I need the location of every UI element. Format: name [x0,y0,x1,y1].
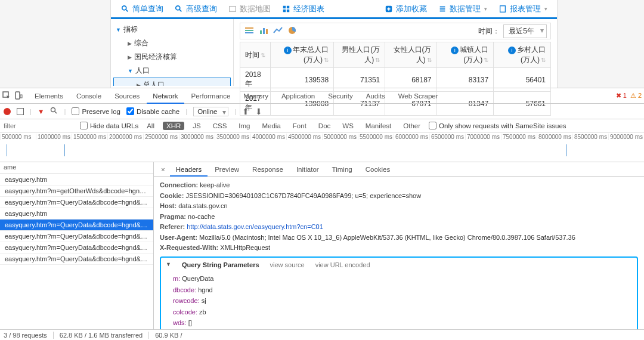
nav-econ-chart[interactable]: 经济图表 [277,4,329,14]
tab-elements[interactable]: Elements [29,88,69,104]
chip-manifest[interactable]: Manifest [362,122,395,130]
timeline-tick: 4500000 ms [286,134,322,140]
preserve-log-checkbox[interactable]: Preserve log [72,107,120,115]
warning-badge[interactable]: ⚠ 2 [630,92,642,100]
chip-doc[interactable]: Doc [315,122,334,130]
info-icon: i [284,47,292,54]
timeline-tick: 1500000 ms [72,134,107,140]
tab-audits[interactable]: Audits [360,88,391,104]
error-badge[interactable]: ✖ 1 [616,92,627,100]
svg-rect-24 [16,92,20,99]
inspect-icon[interactable] [2,91,11,101]
name-column-header[interactable]: ame [0,162,153,174]
nav-data-mgmt[interactable]: 数据管理▾ [433,4,492,14]
disable-cache-checkbox[interactable]: Disable cache [126,107,179,115]
svg-rect-7 [283,9,286,11]
nav-simple-query[interactable]: 简单查询 [116,4,168,14]
status-transferred: 62.8 KB / 1.6 MB transferred [60,332,143,339]
th-total-pop[interactable]: i年末总人口(万人)⇅ [271,42,334,68]
hide-data-urls-checkbox[interactable]: Hide data URLs [80,122,138,129]
line-chart-icon[interactable] [273,26,283,37]
request-row[interactable]: easyquery.htm?m=QueryData&dbcode=hgnd&ro… [0,220,153,231]
download-icon[interactable]: ⬇ [255,107,262,116]
pie-chart-icon[interactable] [287,26,298,37]
view-url-encoded-link[interactable]: view URL encoded [315,260,370,270]
bar-chart-icon[interactable] [258,26,269,37]
svg-point-0 [122,5,126,10]
filter-icon[interactable]: ▼ [38,108,44,115]
nav-advanced-query[interactable]: 高级查询 [169,4,222,14]
tab-console[interactable]: Console [70,88,107,104]
request-row[interactable]: easyquery.htm?m=QueryData&dbcode=hgnd&ro… [0,242,153,254]
request-row[interactable]: easyquery.htm?m=QueryData&dbcode=hgnd&ro… [0,231,153,242]
time-label: 时间： [478,26,500,36]
nav-report-mgmt[interactable]: 报表管理▾ [493,4,552,14]
detail-tab-response[interactable]: Response [246,162,289,177]
th-male-pop[interactable]: 男性人口(万人)⇅ [334,42,385,68]
tab-webscraper[interactable]: Web Scraper [392,88,444,104]
tree-item-2[interactable]: ▶国民经济核算 [111,50,233,64]
tab-application[interactable]: Application [275,88,321,104]
th-time[interactable]: 时间⇅ [240,42,271,68]
detail-tab-timing[interactable]: Timing [326,162,358,177]
tab-sources[interactable]: Sources [109,88,145,104]
timeline-tick: 3500000 ms [215,134,250,140]
chip-css[interactable]: CSS [209,122,231,130]
plus-icon [384,4,394,14]
tab-network[interactable]: Network [147,88,184,104]
timeline-tick: 3000000 ms [179,134,215,140]
request-row[interactable]: easyquery.htm [0,174,153,186]
chip-all[interactable]: All [143,122,158,130]
filter-input[interactable] [4,122,75,129]
chip-media[interactable]: Media [259,122,284,130]
request-row[interactable]: easyquery.htm [0,208,153,220]
detail-tab-preview[interactable]: Preview [209,162,245,177]
chevron-right-icon: ▶ [128,41,132,47]
chip-js[interactable]: JS [189,122,204,130]
status-requests: 3 / 98 requests [4,332,47,339]
tree-root[interactable]: ▼指标 [111,23,233,36]
detail-tab-cookies[interactable]: Cookies [360,162,397,177]
request-row[interactable]: easyquery.htm?m=getOtherWds&dbcode=hgnd&… [0,186,153,197]
upload-icon[interactable]: ⬆ [242,107,249,116]
clear-icon[interactable] [17,108,24,115]
svg-rect-25 [20,95,22,98]
tab-security[interactable]: Security [322,88,359,104]
tab-memory[interactable]: Memory [237,88,274,104]
timeline-tick: 2000000 ms [107,134,143,140]
nav-add-favorite[interactable]: 添加收藏 [379,4,432,14]
chip-ws[interactable]: WS [339,122,357,130]
chip-xhr[interactable]: XHR [163,122,184,130]
th-female-pop[interactable]: 女性人口(万人)⇅ [385,42,436,68]
close-icon[interactable]: × [157,166,169,173]
request-row[interactable]: easyquery.htm?m=QueryData&dbcode=hgnd&ro… [0,254,153,265]
chip-font[interactable]: Font [289,122,310,130]
throttle-select[interactable]: Online [193,107,228,116]
tree-item-3-1[interactable]: ▶总人口 [113,78,231,86]
detail-tab-headers[interactable]: Headers [170,162,208,177]
tab-performance[interactable]: Performance [185,88,237,104]
chip-other[interactable]: Other [400,122,424,130]
info-icon: i [508,47,516,54]
filter-bar: Hide data URLs All XHR JS CSS Img Media … [0,119,644,132]
chip-img[interactable]: Img [235,122,253,130]
tree-item-3[interactable]: ▼人口 [111,64,233,78]
device-icon[interactable] [14,91,23,101]
request-row[interactable]: easyquery.htm?m=QueryData&dbcode=hgnd&ro… [0,197,153,208]
nav-data-map[interactable]: 数据地图 [223,4,275,14]
timeline[interactable]: 500000 ms1000000 ms1500000 ms2000000 ms2… [0,132,644,162]
search-plus-icon [174,4,184,14]
samesite-checkbox[interactable]: Only show requests with SameSite issues [429,122,566,129]
view-source-link[interactable]: view source [270,260,305,270]
tree-item-1[interactable]: ▶综合 [111,36,233,50]
chevron-down-icon[interactable]: ▼ [166,261,171,269]
search-icon [120,4,130,14]
th-rural-pop[interactable]: i乡村人口(万人)⇅ [494,42,551,68]
time-select[interactable]: 最近5年 [503,24,547,38]
th-urban-pop[interactable]: i城镇人口(万人)⇅ [436,42,494,68]
devtools: Elements Console Sources Network Perform… [0,88,644,340]
record-icon[interactable] [4,108,11,115]
search-icon[interactable] [50,107,58,116]
table-view-icon[interactable] [244,26,255,37]
detail-tab-initiator[interactable]: Initiator [290,162,325,177]
